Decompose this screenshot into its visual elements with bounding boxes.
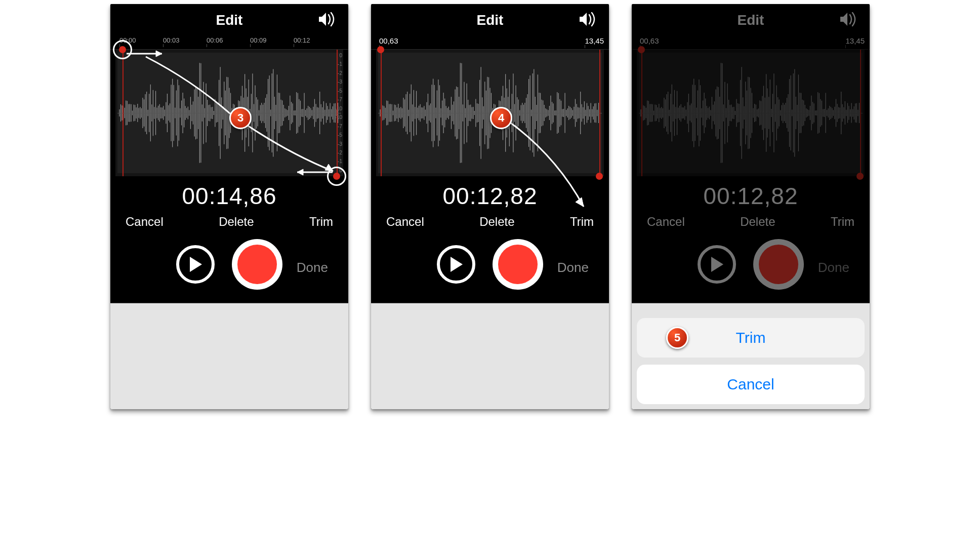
trim-handle-right[interactable] <box>599 50 600 176</box>
action-sheet: Trim5Cancel <box>637 318 865 404</box>
panel-2: Edit 00,6313,45 00:12,82CancelDeleteTrim… <box>371 4 609 409</box>
delete-button[interactable]: Delete <box>479 215 514 229</box>
sheet-cancel-button[interactable]: Cancel <box>637 365 865 404</box>
step-badge: 3 <box>229 107 252 129</box>
edit-title: Edit <box>738 12 764 28</box>
sheet-trim-button[interactable]: Trim5 <box>637 318 865 358</box>
edit-title: Edit <box>477 12 504 28</box>
trim-handle-left[interactable] <box>123 50 124 176</box>
recordings-list-area <box>371 303 609 409</box>
cancel-button[interactable]: Cancel <box>386 215 424 229</box>
timecode: 00:14,86 <box>110 182 348 210</box>
trim-button[interactable]: Trim <box>831 215 854 229</box>
play-button[interactable] <box>437 245 475 284</box>
step-badge: 4 <box>490 107 512 129</box>
trim-dot-top[interactable] <box>377 46 384 53</box>
trim-handle-left[interactable] <box>381 50 382 176</box>
ruler-tick: 00:03 <box>163 36 180 44</box>
ruler-start: 00,63 <box>379 36 398 45</box>
trim-dot-bottom[interactable] <box>856 173 864 180</box>
trim-button[interactable]: Trim <box>309 215 333 229</box>
trim-handle-left[interactable] <box>641 50 642 176</box>
speaker-icon[interactable] <box>839 12 859 29</box>
cancel-button[interactable]: Cancel <box>647 215 685 229</box>
timecode: 00:12,82 <box>632 182 870 210</box>
done-button[interactable]: Done <box>818 260 849 276</box>
trim-dot-top[interactable] <box>638 46 645 53</box>
trim-handle-right[interactable] <box>337 50 338 176</box>
waveform-area[interactable]: 0-1-2-3-5-7-10-10-7-5-3-2-10 <box>115 50 343 176</box>
step-badge: 5 <box>666 327 688 349</box>
speaker-icon[interactable] <box>579 12 598 29</box>
play-button[interactable] <box>698 245 736 284</box>
waveform-area[interactable] <box>637 50 865 176</box>
recordings-list-area <box>110 303 348 409</box>
done-button[interactable]: Done <box>557 260 589 276</box>
record-button[interactable] <box>493 239 543 290</box>
record-button[interactable] <box>232 239 282 290</box>
trim-dot-bottom[interactable] <box>596 173 603 180</box>
ruler-tick: 00:12 <box>294 36 310 44</box>
time-ruler: 00,6313,45 <box>371 36 609 50</box>
record-button[interactable] <box>753 239 804 290</box>
ruler-start: 00,63 <box>640 36 659 45</box>
trim-dot-bottom[interactable] <box>333 173 340 180</box>
ruler-end: 13,45 <box>845 36 865 45</box>
done-button[interactable]: Done <box>297 260 328 276</box>
speaker-icon[interactable] <box>318 12 337 29</box>
play-button[interactable] <box>176 245 215 284</box>
waveform-area[interactable] <box>376 50 604 176</box>
time-ruler: 00:0000:0300:0600:0900:12 <box>110 36 348 50</box>
ruler-end: 13,45 <box>585 36 604 45</box>
ruler-tick: 00:06 <box>207 36 223 44</box>
panel-3: Edit 00,6313,45 00:12,82CancelDeleteTrim… <box>632 4 870 409</box>
trim-button[interactable]: Trim <box>570 215 594 229</box>
ruler-tick: 00:09 <box>250 36 267 44</box>
panel-1: Edit 00:0000:0300:0600:0900:12 0-1-2-3-5… <box>110 4 348 409</box>
timecode: 00:12,82 <box>371 182 609 210</box>
trim-dot-top[interactable] <box>119 46 126 53</box>
delete-button[interactable]: Delete <box>740 215 775 229</box>
edit-title: Edit <box>216 12 243 28</box>
ruler-tick: 00:00 <box>119 36 136 44</box>
time-ruler: 00,6313,45 <box>632 36 870 50</box>
delete-button[interactable]: Delete <box>219 215 254 229</box>
cancel-button[interactable]: Cancel <box>126 215 164 229</box>
trim-handle-right[interactable] <box>860 50 861 176</box>
